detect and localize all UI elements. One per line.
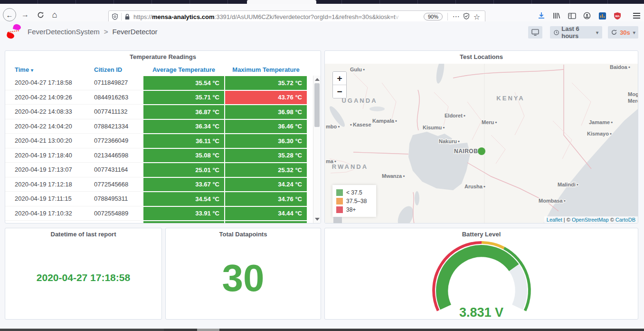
url-scheme: https:// bbox=[133, 13, 152, 20]
map-city-label: NAIROBI bbox=[454, 148, 480, 155]
legend-swatch bbox=[336, 206, 343, 213]
zoom-badge[interactable]: 90% bbox=[424, 13, 443, 20]
map-attribution: Leaflet | © OpenStreetMap © CartoDB bbox=[544, 216, 638, 223]
urlbar-divider2 bbox=[447, 13, 448, 20]
forward-button[interactable]: → bbox=[20, 10, 30, 20]
map-canvas[interactable]: UGANDAKENYARWANDAGulu •Kampala •• Kasese… bbox=[325, 64, 638, 223]
column-header-avg-temp[interactable]: Average Temperature bbox=[143, 66, 225, 73]
table-scrollbar[interactable] bbox=[313, 76, 321, 223]
table-row: 2020-04-19 17:12:18077254566833.67 °C34.… bbox=[5, 177, 321, 192]
page-actions-icon[interactable]: ⋯ bbox=[451, 12, 461, 21]
column-header-citizen-id[interactable]: Citizen ID bbox=[92, 66, 143, 73]
back-button[interactable]: ← bbox=[3, 8, 16, 21]
citizen-id-cell: 0788421334 bbox=[92, 119, 143, 134]
battery-value: 3.831 V bbox=[431, 305, 532, 320]
map-country-label: UGANDA bbox=[341, 97, 377, 104]
library-icon bbox=[553, 12, 560, 19]
kiosk-mode-button[interactable] bbox=[528, 26, 542, 39]
hamburger-icon bbox=[633, 13, 640, 14]
table-row: 2020-04-27 17:18:58071184982735.54 °C35.… bbox=[5, 76, 321, 90]
temperature-readings-panel: Temperature Readings Time▾ Citizen ID Av… bbox=[5, 50, 321, 224]
home-button[interactable]: ⌂ bbox=[49, 10, 60, 20]
library-button[interactable] bbox=[551, 10, 562, 21]
analytics-extension-icon[interactable] bbox=[597, 10, 608, 21]
menu-button[interactable] bbox=[631, 10, 642, 21]
time-cell: 2020-04-19 17:18:40 bbox=[5, 148, 92, 163]
legend-item: < 37.5 bbox=[336, 188, 372, 197]
cartodb-link[interactable]: CartoDB bbox=[616, 217, 635, 223]
datetime-value: 2020-04-27 17:18:58 bbox=[5, 272, 161, 283]
panel-title[interactable]: Temperature Readings bbox=[5, 51, 321, 63]
time-range-picker[interactable]: Last 6 hours ▾ bbox=[550, 26, 602, 39]
avg-temp-cell: 36.87 °C bbox=[143, 105, 224, 119]
table-header: Time▾ Citizen ID Average Temperature Max… bbox=[5, 63, 321, 76]
panel-title[interactable]: Test Locations bbox=[325, 51, 638, 63]
column-header-time[interactable]: Time▾ bbox=[5, 66, 92, 73]
breadcrumb-current[interactable]: FeverDetector bbox=[113, 28, 158, 36]
adblock-shield-icon[interactable]: WA bbox=[612, 10, 623, 21]
scroll-up-icon[interactable] bbox=[315, 78, 320, 81]
table-row: 2020-04-19 17:13:07007743116425.01 °C25.… bbox=[5, 163, 321, 177]
map-marker[interactable] bbox=[478, 147, 485, 155]
map-legend: < 37.537.5–3838+ bbox=[332, 185, 376, 217]
map-zoom-control: + − bbox=[332, 71, 347, 98]
table-row: 2020-04-22 14:04:20078842133436.34 °C36.… bbox=[5, 119, 321, 134]
url-host: mensa-analytics.com bbox=[152, 13, 215, 20]
zoom-in-button[interactable]: + bbox=[333, 72, 346, 85]
home-icon: ⌂ bbox=[52, 10, 57, 20]
avg-temp-cell: 35.08 °C bbox=[143, 149, 224, 163]
osm-link[interactable]: OpenStreetMap bbox=[572, 217, 609, 223]
legend-swatch bbox=[336, 189, 343, 196]
mensa-logo[interactable] bbox=[7, 24, 22, 39]
refresh-picker[interactable]: 30s ▾ bbox=[608, 26, 638, 39]
max-temp-cell: 36.46 °C bbox=[225, 120, 307, 134]
caret-down-icon: ▾ bbox=[596, 30, 598, 35]
time-range-label: Last 6 hours bbox=[561, 25, 593, 39]
map-country-label: RWANDA bbox=[332, 163, 368, 170]
map-city-label: Kismayo • bbox=[587, 131, 612, 136]
url-text[interactable]: https://mensa-analytics.com:3391/d/AsUUM… bbox=[133, 13, 422, 20]
pocket-icon[interactable] bbox=[461, 13, 472, 21]
panel-title[interactable]: Total Datapoints bbox=[166, 228, 321, 241]
browser-tab-strip[interactable] bbox=[0, 0, 644, 4]
panel-title[interactable]: Battery Level bbox=[325, 228, 638, 241]
screen: ← → ⌂ https://mensa-analytics.com:3391/d… bbox=[0, 0, 644, 331]
avg-temp-cell: 36.11 °C bbox=[143, 134, 224, 148]
time-cell: 2020-04-19 17:11:15 bbox=[5, 192, 92, 206]
downloads-button[interactable] bbox=[536, 10, 547, 21]
map-city-label: Mwanza • bbox=[382, 173, 405, 179]
column-header-max-temp[interactable]: Maximum Temperature bbox=[225, 66, 307, 73]
table-row: 2020-04-19 17:10:32007255488933.91 °C34.… bbox=[5, 206, 321, 221]
legend-item: 38+ bbox=[336, 205, 372, 214]
avg-temp-cell: 25.01 °C bbox=[143, 163, 224, 177]
max-temp-cell: 35.72 °C bbox=[225, 76, 307, 90]
citizen-id-cell: 0077431164 bbox=[92, 163, 143, 177]
citizen-id-cell: 0072554889 bbox=[92, 206, 143, 221]
map-city-label: Malindi • bbox=[558, 182, 578, 187]
table-row-partial bbox=[5, 221, 321, 224]
scrollbar-thumb[interactable] bbox=[314, 83, 320, 127]
browser-tab-active[interactable] bbox=[247, 0, 316, 4]
breadcrumb-dashboard-list[interactable]: FeverDetectionSystem bbox=[28, 28, 100, 36]
scroll-down-icon[interactable] bbox=[315, 218, 320, 221]
map-city-label: Meru • bbox=[482, 119, 497, 125]
refresh-interval-label: 30s bbox=[620, 29, 630, 36]
sidebar-button[interactable] bbox=[566, 10, 578, 21]
max-temp-cell: 25.32 °C bbox=[225, 163, 307, 177]
bookmark-star-icon[interactable]: ☆ bbox=[472, 12, 482, 21]
map-city-label: • Kasese bbox=[350, 122, 371, 127]
taskbar-app[interactable] bbox=[197, 329, 219, 331]
panel-title[interactable]: Datetime of last report bbox=[5, 228, 161, 241]
leaflet-link[interactable]: Leaflet bbox=[547, 217, 562, 223]
time-cell: 2020-04-22 14:09:26 bbox=[5, 90, 92, 105]
reload-button[interactable] bbox=[35, 10, 46, 20]
tracking-shield-icon[interactable] bbox=[112, 13, 118, 20]
account-icon bbox=[583, 12, 591, 19]
table-body: 2020-04-27 17:18:58071184982735.54 °C35.… bbox=[5, 76, 321, 221]
account-button[interactable] bbox=[581, 10, 593, 21]
legend-swatch bbox=[336, 198, 343, 204]
table-row: 2020-04-22 14:08:33007741113236.87 °C36.… bbox=[5, 105, 321, 119]
time-cell: 2020-04-21 13:00:20 bbox=[5, 134, 92, 148]
zoom-out-button[interactable]: − bbox=[333, 85, 346, 98]
total-datapoints-value: 30 bbox=[166, 259, 321, 297]
